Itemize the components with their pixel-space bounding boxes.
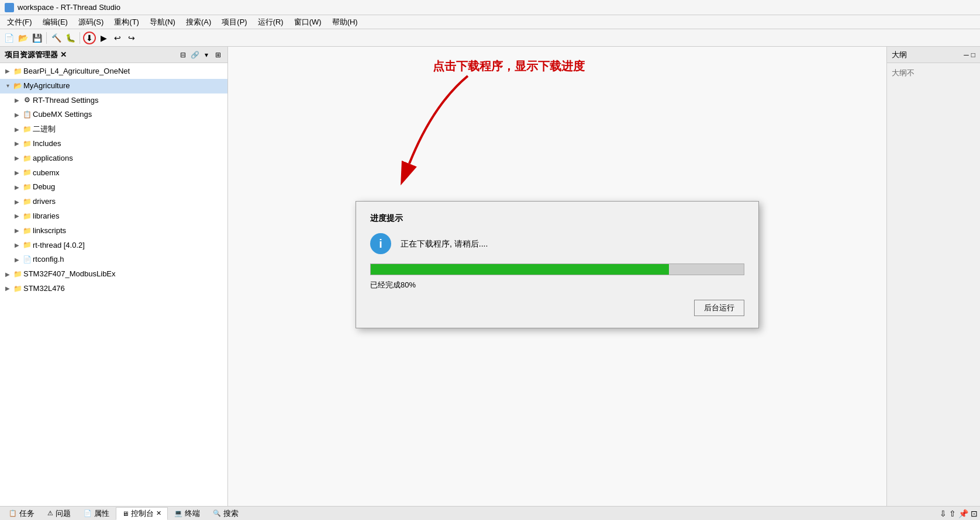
outline-max-icon[interactable]: □	[971, 51, 975, 59]
background-run-button[interactable]: 后台运行	[694, 300, 744, 316]
console-scroll-lock-icon[interactable]: ⇩	[940, 509, 947, 518]
tree-toggle-cubemx-settings[interactable]: ▶	[13, 111, 21, 119]
tree-label-applications: applications	[33, 152, 73, 165]
menu-item-源码(S)[interactable]: 源码(S)	[74, 16, 108, 29]
tree-toggle-binary[interactable]: ▶	[13, 126, 21, 134]
tree-item-stm32f407[interactable]: ▶📁STM32F407_ModbusLibEx	[0, 267, 227, 282]
tree-label-rtconfig: rtconfig.h	[33, 254, 64, 266]
toolbar-btn-redo[interactable]: ↪	[125, 32, 138, 44]
tab-search[interactable]: 🔍搜索	[206, 507, 245, 520]
dialog-message: 正在下载程序, 请稍后....	[401, 238, 488, 250]
menu-item-搜索(A)[interactable]: 搜索(A)	[181, 16, 216, 29]
sidebar-header-icons: ⊟ 🔗 ▾ ⊞	[178, 50, 223, 60]
sidebar-menu-icon[interactable]: ▾	[202, 50, 211, 60]
sidebar-tree: ▶📁BearPi_L4_Agriculture_OneNet▾📂MyAgricu…	[0, 63, 227, 506]
tab-icon-terminal: 💻	[174, 509, 182, 517]
tree-item-cubemx[interactable]: ▶📁cubemx	[0, 166, 227, 181]
tree-label-myag: MyAgriculture	[23, 80, 70, 92]
tab-tasks[interactable]: 📋任务	[2, 507, 41, 520]
tree-icon-binary: 📁	[22, 125, 32, 134]
tree-item-rtthread-settings[interactable]: ▶⚙RT-Thread Settings	[0, 93, 227, 108]
tree-icon-includes: 📁	[22, 139, 32, 148]
tree-icon-drivers: 📁	[22, 197, 32, 207]
tree-item-rt-thread[interactable]: ▶📁rt-thread [4.0.2]	[0, 238, 227, 253]
tree-toggle-drivers[interactable]: ▶	[13, 198, 21, 206]
tree-icon-linkscripts: 📁	[22, 226, 32, 235]
dialog-content: i 正在下载程序, 请稍后....	[370, 233, 744, 254]
tab-properties[interactable]: 📄属性	[77, 507, 116, 520]
tree-icon-bearpi: 📁	[13, 67, 22, 76]
outline-min-icon[interactable]: ─	[964, 51, 969, 59]
tree-toggle-stm32f407[interactable]: ▶	[4, 271, 12, 279]
tree-item-myag[interactable]: ▾📂MyAgriculture	[0, 79, 227, 93]
tree-item-debug-folder[interactable]: ▶📁Debug	[0, 180, 227, 195]
toolbar-btn-download[interactable]: ⬇	[83, 32, 96, 44]
bottom-tab-controls: ⇩ ⇧ 📌 ⊡	[940, 509, 978, 518]
tab-close-console[interactable]: ✕	[156, 509, 161, 517]
tab-icon-search: 🔍	[213, 509, 221, 517]
tabs-container: 📋任务⚠问题📄属性🖥控制台 ✕💻终端🔍搜索	[2, 507, 940, 520]
console-scroll-up-icon[interactable]: ⇧	[949, 509, 956, 518]
menu-item-重构(T)[interactable]: 重构(T)	[109, 16, 144, 29]
tree-toggle-cubemx[interactable]: ▶	[13, 169, 21, 177]
tab-label-console: 控制台	[131, 508, 154, 519]
link-editor-icon[interactable]: 🔗	[190, 50, 199, 60]
tree-toggle-rtthread-settings[interactable]: ▶	[13, 96, 21, 105]
menu-item-窗口(W)[interactable]: 窗口(W)	[289, 16, 326, 29]
tree-icon-rt-thread: 📁	[22, 241, 32, 250]
collapse-all-icon[interactable]: ⊟	[178, 50, 188, 60]
console-pin-icon[interactable]: 📌	[958, 509, 968, 518]
main-layout: 项目资源管理器 ✕ ⊟ 🔗 ▾ ⊞ ▶📁BearPi_L4_Agricultur…	[0, 47, 980, 506]
toolbar-btn-build[interactable]: 🔨	[50, 32, 63, 44]
tree-toggle-applications[interactable]: ▶	[13, 154, 21, 162]
tree-toggle-bearpi[interactable]: ▶	[4, 67, 12, 75]
annotation-arrow	[374, 70, 491, 187]
tree-toggle-rt-thread[interactable]: ▶	[13, 241, 21, 249]
tab-problems[interactable]: ⚠问题	[41, 507, 77, 520]
app-icon	[5, 3, 14, 12]
tab-label-search: 搜索	[223, 508, 239, 519]
tree-toggle-myag[interactable]: ▾	[4, 82, 12, 90]
tree-toggle-linkscripts[interactable]: ▶	[13, 227, 21, 235]
menu-item-文件(F)[interactable]: 文件(F)	[2, 16, 37, 29]
tree-toggle-debug-folder[interactable]: ▶	[13, 183, 21, 192]
tree-toggle-libraries[interactable]: ▶	[13, 212, 21, 220]
menu-item-导航(N)[interactable]: 导航(N)	[145, 16, 180, 29]
tree-item-libraries[interactable]: ▶📁libraries	[0, 209, 227, 224]
tree-item-includes[interactable]: ▶📁Includes	[0, 137, 227, 151]
tree-toggle-stm32l476[interactable]: ▶	[4, 285, 12, 293]
tree-label-cubemx-settings: CubeMX Settings	[33, 109, 92, 121]
tree-item-drivers[interactable]: ▶📁drivers	[0, 195, 227, 209]
tree-label-rtthread-settings: RT-Thread Settings	[33, 95, 98, 107]
menu-bar: 文件(F)编辑(E)源码(S)重构(T)导航(N)搜索(A)项目(P)运行(R)…	[0, 15, 980, 29]
toolbar: 📄📂💾🔨🐛⬇▶↩↪	[0, 29, 980, 47]
toolbar-btn-save[interactable]: 💾	[30, 32, 43, 44]
tree-item-binary[interactable]: ▶📁二进制	[0, 122, 227, 137]
tab-label-terminal: 终端	[185, 508, 200, 519]
tab-console[interactable]: 🖥控制台 ✕	[116, 507, 168, 520]
tree-toggle-includes[interactable]: ▶	[13, 140, 21, 148]
toolbar-btn-debug[interactable]: 🐛	[64, 32, 77, 44]
tree-label-binary: 二进制	[33, 123, 56, 136]
sidebar-expand-icon[interactable]: ⊞	[213, 50, 223, 60]
menu-item-运行(R)[interactable]: 运行(R)	[253, 16, 288, 29]
toolbar-btn-run[interactable]: ▶	[97, 32, 110, 44]
tree-item-cubemx-settings[interactable]: ▶📋CubeMX Settings	[0, 108, 227, 122]
tab-terminal[interactable]: 💻终端	[168, 507, 206, 520]
tree-item-rtconfig[interactable]: ▶📄rtconfig.h	[0, 252, 227, 267]
console-clear-icon[interactable]: ⊡	[971, 509, 978, 518]
tree-icon-rtconfig: 📄	[22, 255, 32, 265]
menu-item-项目(P)[interactable]: 项目(P)	[217, 16, 251, 29]
tree-item-applications[interactable]: ▶📁applications	[0, 151, 227, 166]
menu-item-帮助(H)[interactable]: 帮助(H)	[327, 16, 363, 29]
toolbar-separator-5	[80, 32, 80, 44]
tree-toggle-rtconfig[interactable]: ▶	[13, 256, 21, 264]
toolbar-btn-undo[interactable]: ↩	[111, 32, 124, 44]
tab-label-problems: 问题	[56, 508, 71, 519]
menu-item-编辑(E)[interactable]: 编辑(E)	[38, 16, 73, 29]
toolbar-btn-open[interactable]: 📂	[16, 32, 29, 44]
tree-item-stm32l476[interactable]: ▶📁STM32L476	[0, 282, 227, 296]
toolbar-btn-new[interactable]: 📄	[2, 32, 15, 44]
tree-item-linkscripts[interactable]: ▶📁linkscripts	[0, 224, 227, 238]
tree-item-bearpi[interactable]: ▶📁BearPi_L4_Agriculture_OneNet	[0, 64, 227, 79]
